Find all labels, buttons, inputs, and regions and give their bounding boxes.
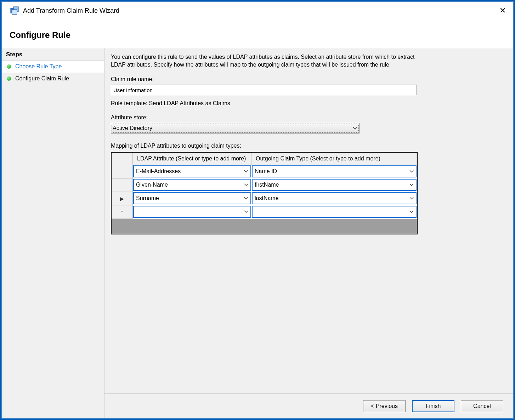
step-choose-rule-type[interactable]: Choose Rule Type xyxy=(2,61,104,73)
cancel-button[interactable]: Cancel xyxy=(461,400,503,412)
chevron-down-icon xyxy=(244,197,248,200)
mapping-grid: LDAP Attribute (Select or type to add mo… xyxy=(111,152,418,234)
close-icon: ✕ xyxy=(499,6,506,15)
svg-rect-2 xyxy=(12,10,17,15)
button-bar: < Previous Finish Cancel xyxy=(104,393,513,418)
rule-description: You can configure this rule to send the … xyxy=(111,53,419,68)
ldap-attribute-combo[interactable]: Given-Name xyxy=(133,179,251,191)
chevron-down-icon xyxy=(244,170,248,173)
row-header-spacer xyxy=(112,153,133,165)
step-bullet-icon xyxy=(7,76,11,81)
ldap-attribute-combo[interactable]: Surname xyxy=(133,192,251,204)
ldap-attribute-combo[interactable] xyxy=(133,206,251,218)
attribute-store-dropdown[interactable]: Active Directory xyxy=(111,123,360,134)
grid-footer xyxy=(112,219,417,234)
chevron-down-icon xyxy=(353,127,357,130)
table-row: ▶ Surname lastName xyxy=(112,192,417,205)
combo-value: Given-Name xyxy=(136,182,168,188)
close-button[interactable]: ✕ xyxy=(496,4,510,18)
step-label: Choose Rule Type xyxy=(15,63,62,70)
combo-value: lastName xyxy=(255,195,279,202)
table-row-new: * xyxy=(112,205,417,219)
claim-rule-name-input[interactable] xyxy=(111,85,417,95)
wizard-body: Steps Choose Rule Type Configure Claim R… xyxy=(2,48,513,418)
row-selector-new[interactable]: * xyxy=(112,205,133,219)
combo-value: E-Mail-Addresses xyxy=(136,168,181,175)
page-header: Configure Rule xyxy=(2,19,513,48)
row-selector[interactable] xyxy=(112,165,133,178)
combo-value: Name ID xyxy=(255,168,277,175)
steps-header: Steps xyxy=(2,48,104,61)
grid-header-row: LDAP Attribute (Select or type to add mo… xyxy=(112,153,417,165)
mapping-label: Mapping of LDAP attributes to outgoing c… xyxy=(111,143,505,149)
chevron-down-icon xyxy=(409,197,414,200)
combo-value: firstName xyxy=(255,182,279,188)
combo-value: Surname xyxy=(136,195,159,202)
step-configure-claim-rule[interactable]: Configure Claim Rule xyxy=(2,73,104,85)
chevron-down-icon xyxy=(409,210,414,213)
chevron-down-icon xyxy=(244,183,248,186)
claim-rule-name-label: Claim rule name: xyxy=(111,76,505,83)
table-row: Given-Name firstName xyxy=(112,178,417,192)
step-label: Configure Claim Rule xyxy=(15,75,69,82)
titlebar: Add Transform Claim Rule Wizard ✕ xyxy=(2,2,513,19)
grid-body: E-Mail-Addresses Name ID Given-N xyxy=(112,165,417,219)
ldap-attribute-combo[interactable]: E-Mail-Addresses xyxy=(133,165,251,177)
content-inner: You can configure this rule to send the … xyxy=(104,48,513,393)
column-header-ldap[interactable]: LDAP Attribute (Select or type to add mo… xyxy=(133,153,251,165)
wizard-icon xyxy=(10,6,19,15)
finish-button[interactable]: Finish xyxy=(412,400,454,412)
rule-template-label: Rule template: Send LDAP Attributes as C… xyxy=(111,100,505,107)
page-title: Configure Rule xyxy=(10,30,513,40)
chevron-down-icon xyxy=(409,170,414,173)
attribute-store-label: Attribute store: xyxy=(111,114,505,121)
table-row: E-Mail-Addresses Name ID xyxy=(112,165,417,178)
content-panel: You can configure this rule to send the … xyxy=(104,48,513,418)
outgoing-claim-combo[interactable]: Name ID xyxy=(252,165,417,177)
outgoing-claim-combo[interactable]: lastName xyxy=(252,192,417,204)
chevron-down-icon xyxy=(409,183,414,186)
window-title: Add Transform Claim Rule Wizard xyxy=(23,7,496,15)
row-selector[interactable] xyxy=(112,178,133,192)
wizard-window: Add Transform Claim Rule Wizard ✕ Config… xyxy=(1,1,514,419)
step-bullet-icon xyxy=(7,64,11,69)
column-header-claim[interactable]: Outgoing Claim Type (Select or type to a… xyxy=(251,153,417,165)
chevron-down-icon xyxy=(244,210,248,213)
row-selector-current[interactable]: ▶ xyxy=(112,192,133,205)
outgoing-claim-combo[interactable]: firstName xyxy=(252,179,417,191)
steps-panel: Steps Choose Rule Type Configure Claim R… xyxy=(2,48,104,418)
previous-button[interactable]: < Previous xyxy=(363,400,406,412)
attribute-store-value: Active Directory xyxy=(113,125,152,131)
outgoing-claim-combo[interactable] xyxy=(252,206,417,218)
